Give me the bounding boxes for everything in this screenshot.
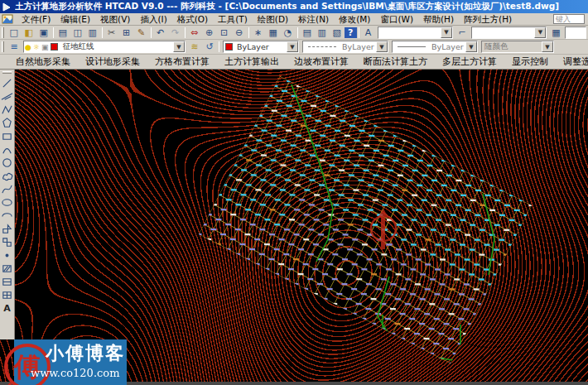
help-icon[interactable]: ? <box>345 27 357 38</box>
ellipse-arc-icon[interactable] <box>1 209 14 222</box>
line-icon[interactable] <box>1 76 14 89</box>
chevron-down-icon[interactable]: ▼ <box>376 41 388 52</box>
chevron-down-icon[interactable]: ▼ <box>534 27 546 38</box>
menu-10[interactable]: 帮助(H) <box>418 13 459 26</box>
layer-freeze-sun-icon[interactable]: ☼ <box>33 43 40 51</box>
chevron-down-icon[interactable]: ▼ <box>542 41 553 52</box>
menu-2[interactable]: 视图(V) <box>95 13 135 26</box>
htcad-menu-0[interactable]: 自然地形采集 <box>8 55 78 68</box>
open-icon[interactable]: ◧ <box>22 26 36 39</box>
pan-icon[interactable]: ⇔ <box>187 26 202 39</box>
text-style-icon[interactable]: A <box>361 26 376 39</box>
polygon-icon[interactable] <box>1 116 14 129</box>
redraw-icon[interactable]: ∗ <box>251 26 266 39</box>
current-lineweight-value: ByLayer <box>429 42 465 51</box>
menu-bar: 文件(F)编辑(E)视图(V)插入(I)格式(O)工具(T)绘图(D)标注(N)… <box>0 13 588 26</box>
watermark-url: www.co120.com <box>31 367 119 379</box>
properties-icon[interactable]: ▤ <box>300 26 315 39</box>
toolbar-grip[interactable] <box>2 27 4 38</box>
layer-on-bulb-icon[interactable]: ● <box>25 43 31 51</box>
make-block-icon[interactable] <box>1 235 14 248</box>
chevron-down-icon[interactable]: ▼ <box>287 41 298 52</box>
lineweight-combo[interactable]: ByLayer ▼ <box>392 41 478 53</box>
menu-0[interactable]: 文件(F) <box>17 13 55 26</box>
drawing-file-icon[interactable] <box>2 14 13 24</box>
menu-4[interactable]: 格式(O) <box>172 13 213 26</box>
toolbar-grip[interactable] <box>2 41 4 52</box>
chevron-down-icon[interactable]: ▼ <box>441 27 452 38</box>
menu-8[interactable]: 修改(M) <box>334 13 375 26</box>
revision-cloud-icon[interactable] <box>1 169 14 182</box>
zoom-previous-icon[interactable]: ⊖ <box>232 26 247 39</box>
chevron-down-icon[interactable]: ▼ <box>465 41 477 52</box>
gradient-icon[interactable] <box>1 275 14 288</box>
hatch-icon[interactable] <box>1 262 14 275</box>
undo-icon[interactable]: ↶ <box>153 26 168 39</box>
named-views-icon[interactable]: ▦ <box>266 26 281 39</box>
match-properties-icon[interactable]: ✎ <box>134 26 149 39</box>
infocenter-search-input[interactable]: 键入 <box>553 14 585 24</box>
htcad-menu-6[interactable]: 多层土方计算 <box>435 55 504 68</box>
htcad-menu-8[interactable]: 调整选项 <box>556 55 588 68</box>
current-linetype-value: ByLayer <box>340 42 376 51</box>
insert-block-icon[interactable] <box>1 222 14 235</box>
table-style-combo[interactable] <box>565 26 586 39</box>
drawing-viewport[interactable] <box>0 70 588 382</box>
menu-11[interactable]: 阵列土方(H) <box>459 13 517 26</box>
save-icon[interactable]: ▣ <box>36 26 51 39</box>
chevron-down-icon[interactable]: ▼ <box>173 41 185 52</box>
layer-color-swatch <box>51 43 58 51</box>
multiline-text-icon[interactable]: A <box>1 301 14 315</box>
publish-icon[interactable]: ▥ <box>85 26 100 39</box>
htcad-menu-1[interactable]: 设计地形采集 <box>78 55 147 68</box>
menu-5[interactable]: 工具(T) <box>213 13 253 26</box>
layer-states-icon[interactable]: ≋ <box>187 41 202 53</box>
sheet-set-manager-icon[interactable]: ▧ <box>330 26 345 39</box>
zoom-window-icon[interactable]: ⊡ <box>217 26 232 39</box>
arc-icon[interactable] <box>1 142 14 156</box>
current-plotstyle-value: 随颜色 <box>482 41 542 52</box>
htcad-menu-2[interactable]: 方格布置计算 <box>147 55 217 68</box>
menu-items: 文件(F)编辑(E)视图(V)插入(I)格式(O)工具(T)绘图(D)标注(N)… <box>17 13 517 26</box>
designcenter-icon[interactable]: ▥ <box>315 26 330 39</box>
layer-lock-icon[interactable]: ▣ <box>41 43 49 51</box>
linetype-combo[interactable]: ByLayer ▼ <box>302 41 388 53</box>
text-style-combo[interactable]: ▼ <box>378 26 453 39</box>
plot-preview-icon[interactable]: ◫ <box>70 26 85 39</box>
window-title: 土方计算地形分析软件 HTCAD V9.0 --- 阵列科技 - [C:\Doc… <box>15 1 559 12</box>
htcad-menu-4[interactable]: 边坡布置计算 <box>287 55 356 68</box>
zoom-realtime-icon[interactable]: ⊕ <box>202 26 217 39</box>
dim-style-combo[interactable]: ▼ <box>471 26 547 39</box>
redo-icon[interactable]: ↷ <box>168 26 183 39</box>
table-style-icon[interactable]: ▦ <box>548 26 563 39</box>
construction-line-icon[interactable] <box>1 89 14 103</box>
menu-6[interactable]: 绘图(D) <box>253 13 293 26</box>
layer-combo[interactable]: ● ☼ ▣ 征地红线 ▼ <box>23 41 186 53</box>
3d-orbit-icon[interactable]: ◔ <box>281 26 296 39</box>
menu-7[interactable]: 标注(N) <box>293 13 334 26</box>
menu-9[interactable]: 窗口(W) <box>375 13 418 26</box>
ellipse-icon[interactable] <box>1 195 14 209</box>
plot-icon[interactable]: ▤ <box>55 26 70 39</box>
spline-icon[interactable] <box>1 182 14 195</box>
layer-previous-icon[interactable]: ↺ <box>202 41 217 53</box>
htcad-menu-3[interactable]: 土方计算输出 <box>217 55 287 68</box>
cut-icon[interactable]: ✂ <box>104 26 119 39</box>
layers-toolbar: ≡ ● ☼ ▣ 征地红线 ▼ ≋ ↺ ByLayer ▼ ByLayer ▼ B… <box>0 40 588 55</box>
point-icon[interactable] <box>1 248 14 262</box>
layer-manager-icon[interactable]: ≡ <box>7 41 22 53</box>
htcad-menu-5[interactable]: 断面法计算土方 <box>356 55 435 68</box>
copy-icon[interactable]: ⊞ <box>119 26 134 39</box>
polyline-icon[interactable] <box>1 103 14 116</box>
table-icon[interactable] <box>1 288 14 301</box>
circle-icon[interactable] <box>1 156 14 169</box>
toolbar-grip[interactable] <box>2 71 12 74</box>
menu-1[interactable]: 编辑(E) <box>55 13 95 26</box>
color-combo[interactable]: ByLayer ▼ <box>223 41 299 53</box>
plotstyle-combo[interactable]: 随颜色 ▼ <box>481 41 554 53</box>
rectangle-icon[interactable] <box>1 129 14 142</box>
dim-style-icon[interactable]: ⌐ <box>455 26 470 39</box>
menu-3[interactable]: 插入(I) <box>135 13 171 26</box>
htcad-menu-7[interactable]: 显示控制 <box>504 55 556 68</box>
new-icon[interactable]: □ <box>7 26 22 39</box>
